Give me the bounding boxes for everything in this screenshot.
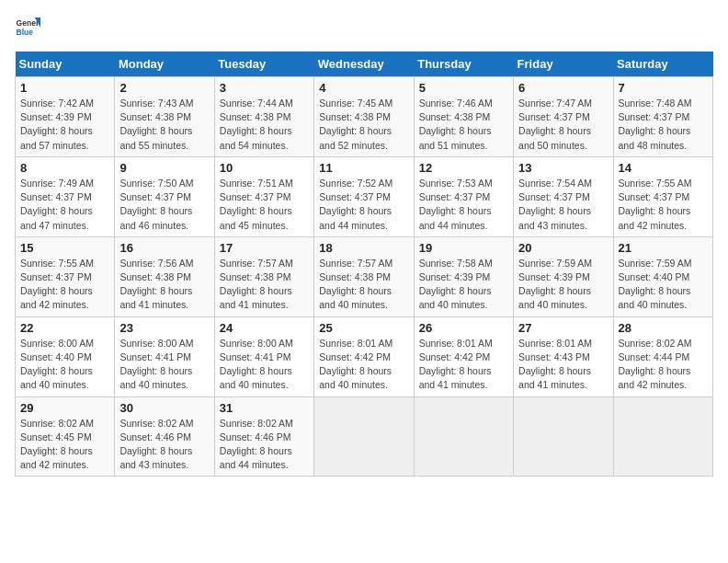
- day-info: Sunrise: 8:01 AM Sunset: 4:42 PM Dayligh…: [419, 337, 508, 393]
- calendar-cell: 7 Sunrise: 7:48 AM Sunset: 4:37 PM Dayli…: [613, 77, 712, 157]
- sunset-label: Sunset: 4:46 PM: [119, 431, 191, 442]
- weekday-header-friday: Friday: [514, 52, 613, 77]
- sunset-label: Sunset: 4:42 PM: [419, 351, 491, 362]
- day-info: Sunrise: 8:00 AM Sunset: 4:41 PM Dayligh…: [119, 337, 209, 393]
- day-info: Sunrise: 7:56 AM Sunset: 4:38 PM Dayligh…: [119, 257, 209, 313]
- daylight-label: Daylight: 8 hours and 46 minutes.: [119, 205, 192, 230]
- day-number: 9: [119, 161, 209, 175]
- sunrise-label: Sunrise: 8:02 AM: [119, 418, 193, 429]
- day-info: Sunrise: 7:51 AM Sunset: 4:37 PM Dayligh…: [220, 177, 309, 233]
- sunrise-label: Sunrise: 8:01 AM: [419, 338, 493, 349]
- sunrise-label: Sunrise: 8:00 AM: [20, 338, 94, 349]
- daylight-label: Daylight: 8 hours and 57 minutes.: [20, 125, 93, 150]
- sunset-label: Sunset: 4:38 PM: [220, 111, 291, 122]
- sunset-label: Sunset: 4:37 PM: [119, 191, 191, 202]
- weekday-header-saturday: Saturday: [613, 52, 712, 77]
- sunrise-label: Sunrise: 7:46 AM: [419, 98, 493, 109]
- day-info: Sunrise: 8:02 AM Sunset: 4:45 PM Dayligh…: [20, 417, 109, 473]
- sunset-label: Sunset: 4:37 PM: [220, 191, 291, 202]
- sunset-label: Sunset: 4:38 PM: [220, 271, 291, 282]
- calendar-cell: 8 Sunrise: 7:49 AM Sunset: 4:37 PM Dayli…: [16, 156, 115, 236]
- sunset-label: Sunset: 4:38 PM: [319, 271, 391, 282]
- day-info: Sunrise: 7:48 AM Sunset: 4:37 PM Dayligh…: [619, 97, 708, 153]
- sunrise-label: Sunrise: 8:00 AM: [119, 338, 193, 349]
- sunset-label: Sunset: 4:43 PM: [518, 351, 590, 362]
- day-number: 26: [419, 321, 508, 335]
- calendar-cell: 12 Sunrise: 7:53 AM Sunset: 4:37 PM Dayl…: [414, 156, 513, 236]
- calendar-cell: 17 Sunrise: 7:57 AM Sunset: 4:38 PM Dayl…: [214, 236, 313, 316]
- calendar-cell: 26 Sunrise: 8:01 AM Sunset: 4:42 PM Dayl…: [414, 316, 513, 396]
- day-number: 31: [220, 401, 309, 415]
- calendar-cell: 25 Sunrise: 8:01 AM Sunset: 4:42 PM Dayl…: [314, 316, 414, 396]
- day-info: Sunrise: 8:01 AM Sunset: 4:43 PM Dayligh…: [518, 337, 608, 393]
- sunrise-label: Sunrise: 7:57 AM: [319, 258, 392, 269]
- sunrise-label: Sunrise: 8:02 AM: [619, 338, 692, 349]
- daylight-label: Daylight: 8 hours and 52 minutes.: [319, 125, 392, 150]
- daylight-label: Daylight: 8 hours and 41 minutes.: [419, 365, 492, 390]
- day-number: 25: [319, 321, 408, 335]
- sunset-label: Sunset: 4:38 PM: [419, 111, 491, 122]
- calendar-cell: 24 Sunrise: 8:00 AM Sunset: 4:41 PM Dayl…: [214, 316, 313, 396]
- daylight-label: Daylight: 8 hours and 40 minutes.: [220, 365, 292, 390]
- daylight-label: Daylight: 8 hours and 40 minutes.: [319, 365, 392, 390]
- calendar-table: SundayMondayTuesdayWednesdayThursdayFrid…: [15, 52, 713, 477]
- day-number: 21: [619, 241, 708, 255]
- calendar-cell: 10 Sunrise: 7:51 AM Sunset: 4:37 PM Dayl…: [214, 156, 313, 236]
- day-number: 12: [419, 161, 508, 175]
- sunrise-label: Sunrise: 7:49 AM: [20, 178, 94, 189]
- calendar-cell: 4 Sunrise: 7:45 AM Sunset: 4:38 PM Dayli…: [314, 77, 414, 157]
- day-number: 11: [319, 161, 408, 175]
- day-info: Sunrise: 7:59 AM Sunset: 4:40 PM Dayligh…: [619, 257, 708, 313]
- sunrise-label: Sunrise: 7:55 AM: [619, 178, 692, 189]
- sunrise-label: Sunrise: 7:51 AM: [220, 178, 293, 189]
- calendar-cell: 13 Sunrise: 7:54 AM Sunset: 4:37 PM Dayl…: [514, 156, 613, 236]
- sunrise-label: Sunrise: 7:42 AM: [20, 98, 94, 109]
- day-number: 4: [319, 81, 408, 95]
- day-info: Sunrise: 7:42 AM Sunset: 4:39 PM Dayligh…: [20, 97, 109, 153]
- day-info: Sunrise: 8:02 AM Sunset: 4:46 PM Dayligh…: [220, 417, 309, 473]
- day-number: 6: [518, 81, 608, 95]
- day-info: Sunrise: 8:02 AM Sunset: 4:44 PM Dayligh…: [619, 337, 708, 393]
- sunset-label: Sunset: 4:37 PM: [419, 191, 491, 202]
- day-info: Sunrise: 7:50 AM Sunset: 4:37 PM Dayligh…: [119, 177, 209, 233]
- sunset-label: Sunset: 4:44 PM: [619, 351, 690, 362]
- sunrise-label: Sunrise: 7:53 AM: [419, 178, 493, 189]
- daylight-label: Daylight: 8 hours and 51 minutes.: [419, 125, 492, 150]
- day-info: Sunrise: 7:52 AM Sunset: 4:37 PM Dayligh…: [319, 177, 408, 233]
- day-info: Sunrise: 7:58 AM Sunset: 4:39 PM Dayligh…: [419, 257, 508, 313]
- calendar-cell: 30 Sunrise: 8:02 AM Sunset: 4:46 PM Dayl…: [115, 396, 214, 477]
- daylight-label: Daylight: 8 hours and 55 minutes.: [119, 125, 192, 150]
- calendar-week-row: 15 Sunrise: 7:55 AM Sunset: 4:37 PM Dayl…: [16, 236, 713, 316]
- day-number: 2: [119, 81, 209, 95]
- daylight-label: Daylight: 8 hours and 40 minutes.: [619, 285, 691, 310]
- calendar-week-row: 29 Sunrise: 8:02 AM Sunset: 4:45 PM Dayl…: [16, 396, 713, 477]
- day-number: 19: [419, 241, 508, 255]
- calendar-cell: 5 Sunrise: 7:46 AM Sunset: 4:38 PM Dayli…: [414, 77, 513, 157]
- calendar-cell: 16 Sunrise: 7:56 AM Sunset: 4:38 PM Dayl…: [115, 236, 214, 316]
- day-number: 13: [518, 161, 608, 175]
- day-number: 27: [518, 321, 608, 335]
- sunset-label: Sunset: 4:37 PM: [619, 111, 690, 122]
- day-info: Sunrise: 7:45 AM Sunset: 4:38 PM Dayligh…: [319, 97, 408, 153]
- sunrise-label: Sunrise: 7:50 AM: [119, 178, 193, 189]
- weekday-header-tuesday: Tuesday: [214, 52, 313, 77]
- calendar-cell: 14 Sunrise: 7:55 AM Sunset: 4:37 PM Dayl…: [613, 156, 712, 236]
- calendar-cell: 20 Sunrise: 7:59 AM Sunset: 4:39 PM Dayl…: [514, 236, 613, 316]
- sunrise-label: Sunrise: 7:56 AM: [119, 258, 193, 269]
- daylight-label: Daylight: 8 hours and 48 minutes.: [619, 125, 691, 150]
- day-number: 24: [220, 321, 309, 335]
- sunrise-label: Sunrise: 7:54 AM: [518, 178, 592, 189]
- daylight-label: Daylight: 8 hours and 40 minutes.: [119, 365, 192, 390]
- calendar-cell: 15 Sunrise: 7:55 AM Sunset: 4:37 PM Dayl…: [16, 236, 115, 316]
- day-info: Sunrise: 7:49 AM Sunset: 4:37 PM Dayligh…: [20, 177, 109, 233]
- calendar-cell: 28 Sunrise: 8:02 AM Sunset: 4:44 PM Dayl…: [613, 316, 712, 396]
- sunset-label: Sunset: 4:39 PM: [419, 271, 491, 282]
- sunrise-label: Sunrise: 7:48 AM: [619, 98, 692, 109]
- sunset-label: Sunset: 4:40 PM: [619, 271, 690, 282]
- calendar-cell: [314, 396, 414, 477]
- sunrise-label: Sunrise: 8:01 AM: [319, 338, 392, 349]
- sunset-label: Sunset: 4:45 PM: [20, 431, 92, 442]
- daylight-label: Daylight: 8 hours and 43 minutes.: [518, 205, 591, 230]
- daylight-label: Daylight: 8 hours and 44 minutes.: [319, 205, 392, 230]
- day-info: Sunrise: 7:59 AM Sunset: 4:39 PM Dayligh…: [518, 257, 608, 313]
